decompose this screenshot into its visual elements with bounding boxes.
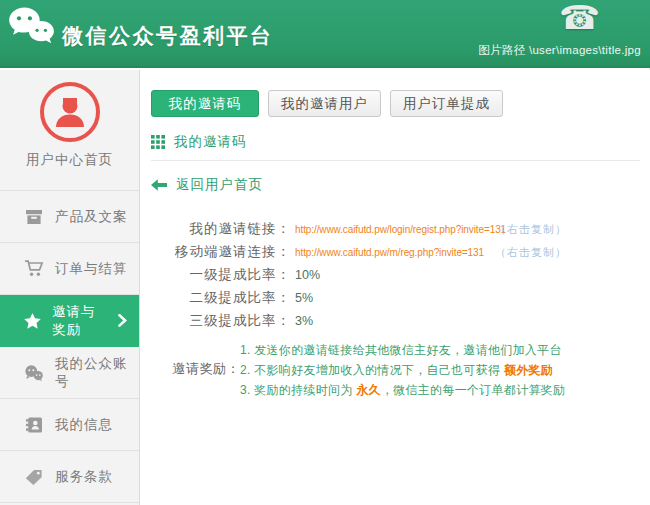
star-icon	[24, 313, 41, 329]
wechat-logo-icon	[7, 5, 55, 47]
sidebar-item-label: 用户中心首页	[26, 151, 113, 169]
sidebar-item-public-accounts[interactable]: 我的公众账号	[0, 347, 139, 399]
contact-card-icon	[24, 417, 44, 433]
user-avatar-icon	[39, 81, 101, 143]
sidebar-item-orders[interactable]: 订单与结算	[0, 243, 139, 295]
tab-my-invited-users[interactable]: 我的邀请用户	[268, 90, 381, 117]
reward-text: 2. 不影响好友增加收入的情况下，自己也可获得	[240, 363, 504, 377]
back-link-label: 返回用户首页	[176, 176, 263, 194]
reward-label: 邀请奖励：	[141, 360, 240, 378]
image-path-text: 图片路径 \user\images\title.jpg	[478, 43, 641, 58]
tab-user-order-commission[interactable]: 用户订单提成	[390, 90, 503, 117]
invite-link-row: 我的邀请链接： http://www.caifutd.pw/login/regi…	[141, 220, 650, 243]
reward-block: 邀请奖励： 1. 发送你的邀请链接给其他微信主好友，邀请他们加入平台 2. 不影…	[141, 340, 650, 400]
main-content: 我的邀请码 我的邀请用户 用户订单提成 我的邀请码	[141, 70, 650, 505]
sidebar-item-user-center[interactable]: 用户中心首页	[0, 70, 139, 191]
grid-icon	[151, 135, 165, 149]
invite-info: 我的邀请链接： http://www.caifutd.pw/login/regi…	[141, 220, 650, 400]
sidebar: 用户中心首页 产品及文案 订单与结算	[0, 70, 140, 505]
reward-text: ，微信主的每一个订单都计算奖励	[381, 383, 566, 397]
sidebar-item-label: 订单与结算	[55, 260, 128, 278]
mobile-invite-link-row: 移动端邀请连接： http://www.caifutd.pw/m/reg.php…	[141, 243, 650, 266]
reward-line-2: 2. 不影响好友增加收入的情况下，自己也可获得 额外奖励	[240, 360, 650, 380]
cart-icon	[24, 260, 44, 277]
reward-line-3: 3. 奖励的持续时间为 永久，微信主的每一个订单都计算奖励	[240, 380, 650, 400]
sidebar-item-my-info[interactable]: 我的信息	[0, 399, 139, 451]
row-label: 移动端邀请连接：	[141, 243, 291, 261]
section-title: 我的邀请码	[174, 133, 247, 151]
level2-commission-row: 二级提成比率： 5%	[141, 289, 650, 312]
reward-highlight: 永久	[356, 383, 381, 397]
copy-hint: （右击复制）	[495, 245, 567, 260]
copy-hint: （右击复制）	[495, 222, 567, 237]
product-box-icon	[24, 209, 44, 225]
level2-commission-value: 5%	[295, 291, 313, 305]
level3-commission-row: 三级提成比率： 3%	[141, 312, 650, 335]
row-label: 我的邀请链接：	[141, 220, 291, 238]
back-to-home-link[interactable]: 返回用户首页	[151, 176, 650, 194]
tab-bar: 我的邀请码 我的邀请用户 用户订单提成	[151, 90, 650, 117]
tab-my-invite-code[interactable]: 我的邀请码	[151, 90, 259, 117]
tag-icon	[24, 469, 44, 485]
row-label: 三级提成比率：	[141, 312, 291, 330]
sidebar-item-products[interactable]: 产品及文案	[0, 191, 139, 243]
arrow-left-icon	[151, 179, 168, 191]
sidebar-item-label: 服务条款	[55, 468, 113, 486]
reward-text: 3. 奖励的持续时间为	[240, 383, 356, 397]
sidebar-item-invite-rewards[interactable]: 邀请与奖励	[0, 295, 139, 347]
level1-commission-value: 10%	[295, 268, 320, 282]
sidebar-item-terms[interactable]: 服务条款	[0, 451, 139, 503]
level3-commission-value: 3%	[295, 314, 313, 328]
app-title: 微信公众号盈利平台	[62, 22, 274, 50]
app-header: 微信公众号盈利平台 ☎ 图片路径 \user\images\title.jpg	[0, 0, 650, 68]
reward-highlight: 额外奖励	[504, 363, 553, 377]
invite-link-url[interactable]: http://www.caifutd.pw/login/regist.php?i…	[295, 224, 495, 235]
wechat-account-icon	[24, 365, 44, 381]
reward-text: 1. 发送你的邀请链接给其他微信主好友，邀请他们加入平台	[240, 343, 562, 357]
sidebar-item-label: 我的公众账号	[55, 355, 139, 391]
level1-commission-row: 一级提成比率： 10%	[141, 266, 650, 289]
chevron-right-icon	[118, 314, 127, 327]
reward-line-1: 1. 发送你的邀请链接给其他微信主好友，邀请他们加入平台	[240, 340, 650, 360]
section-header: 我的邀请码	[151, 133, 640, 161]
telephone-icon: ☎	[559, 0, 600, 37]
mobile-invite-link-url[interactable]: http://www.caifutd.pw/m/reg.php?invite=1…	[295, 247, 495, 258]
sidebar-item-label: 邀请与奖励	[52, 303, 107, 339]
sidebar-item-label: 产品及文案	[55, 208, 128, 226]
page: 微信公众号盈利平台 ☎ 图片路径 \user\images\title.jpg …	[0, 0, 650, 505]
sidebar-item-label: 我的信息	[55, 416, 113, 434]
row-label: 一级提成比率：	[141, 266, 291, 284]
row-label: 二级提成比率：	[141, 289, 291, 307]
